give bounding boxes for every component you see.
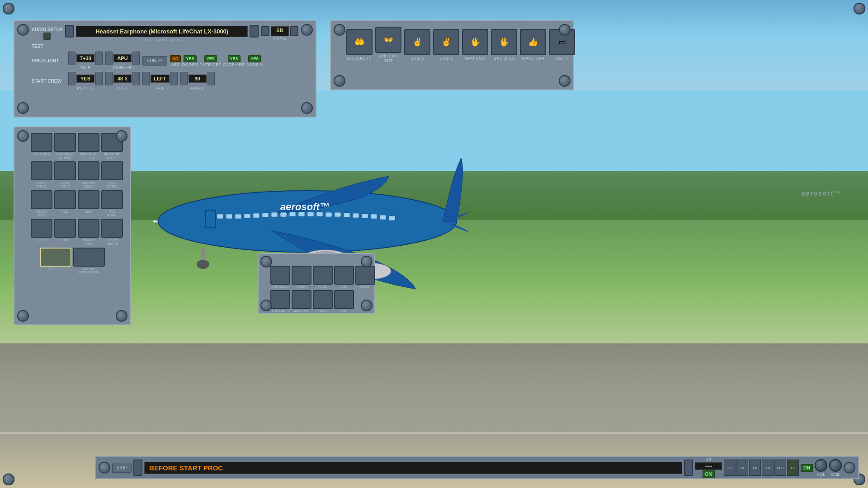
rto-stng-btn[interactable]: RTO(STNG) <box>101 161 123 188</box>
mini-knob-tl[interactable] <box>260 256 272 267</box>
gate-dep-yes-btn[interactable]: YES <box>204 55 217 62</box>
arr-late-mini-btn[interactable] <box>292 290 311 309</box>
audio-knob-br[interactable] <box>301 102 313 114</box>
time-dec-btn[interactable] <box>68 52 75 65</box>
mini-knob-br[interactable] <box>361 300 373 311</box>
svg-point-26 <box>197 260 209 269</box>
status-next-btn[interactable] <box>684 460 693 476</box>
app-brief-knob-tl[interactable] <box>3 3 14 14</box>
crew-knob-bl[interactable] <box>17 310 29 322</box>
doors-yes-btn[interactable]: YES <box>184 55 196 62</box>
vm-seg-btn[interactable]: VM <box>762 460 774 476</box>
dist-dec-btn[interactable] <box>105 72 113 85</box>
takeoff-delay-btn[interactable]: TAKEOFFDELAY <box>78 161 99 188</box>
rto-evac-btn[interactable]: RTO(EVAC) <box>101 190 123 217</box>
a-slides-btn[interactable]: A-SLIDES <box>40 248 71 274</box>
skip-btn[interactable]: SKIP <box>112 463 132 473</box>
map-mini-btn[interactable] <box>334 290 354 309</box>
food-mini-btn[interactable] <box>313 266 333 285</box>
fa-seg-btn[interactable]: FA <box>736 460 748 476</box>
chocks-in-btn[interactable]: 🤲 CHOCKS IN <box>346 29 373 61</box>
audio-setup-panel: AUDIO SETUP Headset Earphone (Microsoft … <box>14 20 316 117</box>
crew-knob-tr[interactable] <box>116 130 127 142</box>
time-inc-btn[interactable] <box>95 52 103 65</box>
gpu-con-btn[interactable]: 🖐 GPU CON <box>462 29 488 61</box>
ground-knob-br[interactable] <box>559 75 571 87</box>
ground-knob-bl[interactable] <box>334 75 345 87</box>
status-prev-btn[interactable] <box>133 460 142 476</box>
cab-knob[interactable] <box>829 459 842 472</box>
tail-dec-btn[interactable] <box>142 72 150 85</box>
gate-cont-btn[interactable]: GATECONT <box>54 161 76 188</box>
aes-no-btn[interactable]: NO <box>170 55 181 62</box>
cruise-msg-icon <box>31 190 52 209</box>
asde-yes-btn[interactable]: YES <box>248 55 261 62</box>
ground-knob-tr[interactable] <box>559 24 571 36</box>
cruise-msg-btn[interactable]: CRUISEMSG <box>31 190 52 217</box>
sd-value: SD <box>271 26 289 36</box>
app-brief-knob-bl[interactable] <box>3 474 14 485</box>
bottom-knob-r[interactable] <box>844 462 855 474</box>
svg-rect-10 <box>271 212 278 217</box>
ground-knob-tl[interactable] <box>334 24 345 36</box>
gpu-disc-btn[interactable]: 🖐 GPU DISC <box>491 29 517 61</box>
pb-inc-btn[interactable] <box>95 72 103 85</box>
dep-delay-slot-btn[interactable]: DEP DELAY(SLOT) <box>78 133 99 160</box>
hold-btn[interactable]: HOLD <box>31 219 52 245</box>
run-pf-btn[interactable]: RUN PF <box>142 56 167 66</box>
tod-btn[interactable]: TOD <box>54 190 76 217</box>
mini-crew-panel: DEP DELAY DRINKS FOOD TOD DIVERT AR <box>258 253 375 314</box>
drinks-mini-btn[interactable] <box>292 266 311 285</box>
lk-seg-btn[interactable]: LK <box>787 460 799 476</box>
angle-value: 90 <box>189 75 207 83</box>
pb-dec-btn[interactable] <box>68 72 75 85</box>
divert-mech-btn[interactable]: DIVERT(MECH) <box>101 219 123 245</box>
angle-dec-btn[interactable] <box>180 72 188 85</box>
sd-prev-btn[interactable] <box>261 26 269 36</box>
eng1-btn[interactable]: ✌ ENG 1 <box>404 29 430 61</box>
audio-knob-tr[interactable] <box>301 24 313 36</box>
br-seg-btn[interactable]: BR <box>724 460 736 476</box>
apu-dec-btn[interactable] <box>105 52 113 65</box>
crew-knob-tl[interactable] <box>17 130 29 142</box>
app-brief-knob-tr[interactable] <box>854 3 865 14</box>
tod-mini-btn[interactable] <box>334 266 354 285</box>
audio-knob-tl[interactable] <box>17 24 29 36</box>
audio-next-btn[interactable] <box>250 25 259 38</box>
mini-knob-tr[interactable] <box>361 256 373 267</box>
vol-knob[interactable] <box>815 459 827 472</box>
tail-inc-btn[interactable] <box>170 72 178 85</box>
mini-knob-bl[interactable] <box>260 300 272 311</box>
cfg-seg-btn[interactable]: CFG <box>774 460 786 476</box>
chocks-out-btn[interactable]: 👐 CHOCKS OUT <box>375 27 401 63</box>
divert-nx-btn[interactable]: DIVERT(NX) <box>78 219 99 245</box>
rto-evac-icon <box>101 190 123 209</box>
audio-knob-bl[interactable] <box>17 102 29 114</box>
dep-delay-ati-btn[interactable]: DEP DELAY(ATI/NX) <box>54 133 76 160</box>
pa-seg-btn[interactable]: PA <box>749 460 761 476</box>
rto-stng-icon <box>101 161 123 180</box>
d-slides-btn[interactable]: D-SLIDESCABIN CREW <box>73 248 105 274</box>
sd-next-btn[interactable] <box>290 26 298 36</box>
hold-mini-btn[interactable] <box>313 290 333 309</box>
gate-arr-yes-btn[interactable]: YES <box>228 55 241 62</box>
runway-line <box>0 432 868 434</box>
angle-inc-btn[interactable] <box>208 72 215 85</box>
crew-knob-br[interactable] <box>116 310 127 322</box>
eng2-btn[interactable]: ✌ ENG 2 <box>433 29 459 61</box>
gate-rtrn-btn[interactable]: GATERTRN <box>31 161 52 188</box>
map-btn[interactable]: MAP <box>78 190 99 217</box>
bottom-knob-l[interactable] <box>99 462 110 474</box>
apu-inc-btn[interactable] <box>132 52 140 65</box>
arr-early-mini-btn[interactable] <box>270 290 290 309</box>
dist-inc-btn[interactable] <box>132 72 140 85</box>
wave-off-btn[interactable]: 👍 WAVE OFF <box>520 29 546 61</box>
audio-prev-btn[interactable] <box>65 25 74 38</box>
apu-sub: PWR/AIR <box>113 66 132 70</box>
dep-delay-mini-btn[interactable] <box>270 266 290 285</box>
welcome-icon <box>31 133 52 152</box>
svg-rect-12 <box>289 212 296 216</box>
divert-mini-btn[interactable] <box>355 266 375 285</box>
welcome-btn[interactable]: WELCOME <box>31 133 52 160</box>
turb-btn[interactable]: TURB <box>54 219 76 245</box>
